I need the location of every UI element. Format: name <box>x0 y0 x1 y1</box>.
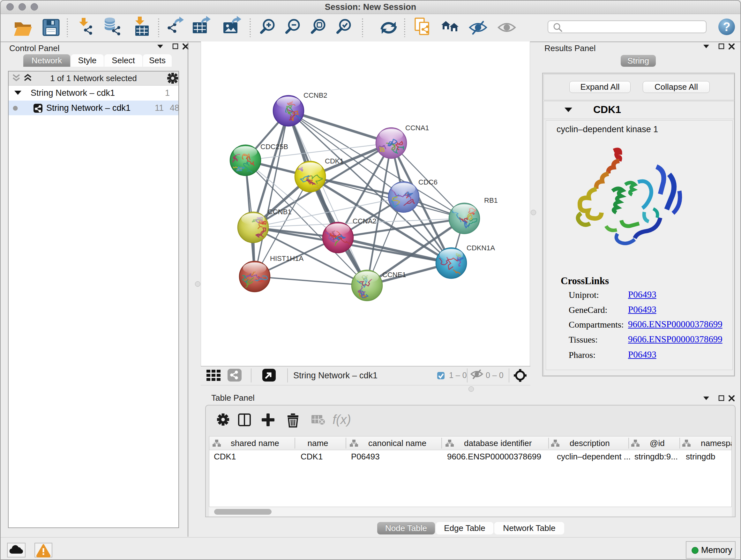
svg-text:f(x): f(x) <box>333 413 351 427</box>
svg-text:database identifier: database identifier <box>464 438 532 448</box>
svg-text:1 of 1 Network selected: 1 of 1 Network selected <box>50 73 137 83</box>
svg-text:description: description <box>569 438 610 448</box>
svg-text:1 – 0: 1 – 0 <box>449 371 467 380</box>
svg-text:canonical name: canonical name <box>368 438 426 448</box>
svg-text:CDC25B: CDC25B <box>260 143 288 151</box>
svg-text:CDC6: CDC6 <box>418 178 437 186</box>
svg-text:CDK1: CDK1 <box>325 157 344 165</box>
svg-text:?: ? <box>723 20 730 34</box>
svg-text:CCNA2: CCNA2 <box>353 217 377 225</box>
svg-text:HIST1H1A: HIST1H1A <box>270 254 304 262</box>
svg-text:CCNE1: CCNE1 <box>382 271 406 279</box>
svg-text:CCNA1: CCNA1 <box>405 124 429 132</box>
svg-text:CDKN1A: CDKN1A <box>467 244 495 252</box>
svg-text:CCNB1: CCNB1 <box>268 208 292 216</box>
svg-text:namespace: namespace <box>701 438 731 448</box>
svg-text:@id: @id <box>650 438 665 448</box>
svg-text:0 – 0: 0 – 0 <box>486 371 503 380</box>
svg-text:RB1: RB1 <box>484 196 498 204</box>
svg-text:CCNB2: CCNB2 <box>304 91 327 99</box>
svg-text:shared name: shared name <box>231 438 279 448</box>
svg-text:String Network – cdk1: String Network – cdk1 <box>293 371 378 380</box>
svg-text:name: name <box>307 438 328 448</box>
